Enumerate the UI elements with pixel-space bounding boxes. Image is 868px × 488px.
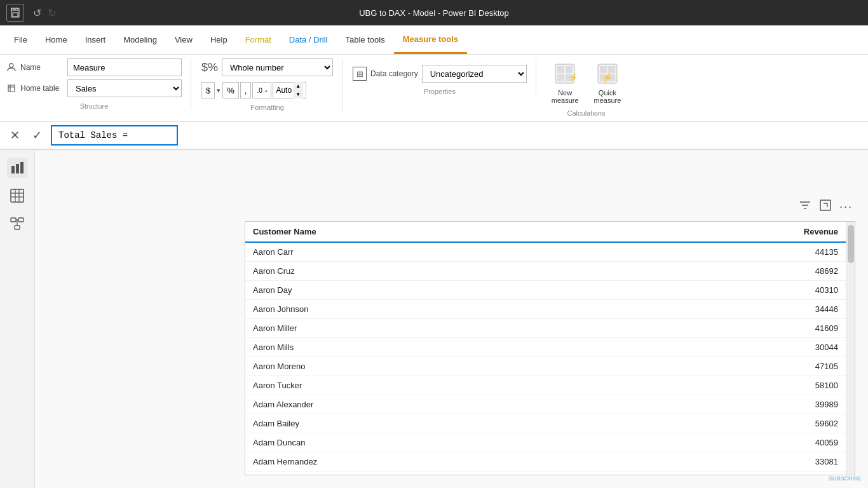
menu-home[interactable]: Home — [36, 25, 76, 54]
menu-modeling[interactable]: Modeling — [114, 25, 166, 54]
column-header-revenue[interactable]: Revenue — [372, 222, 846, 242]
title-bar: ↺ ↻ UBG to DAX - Model - Power BI Deskto… — [0, 0, 868, 25]
data-table-container: Customer Name Revenue Aaron Carr 44135 A… — [245, 221, 855, 475]
formula-input[interactable]: Total Sales = — [51, 125, 178, 146]
redo-button[interactable]: ↻ — [48, 7, 56, 19]
home-table-label: Home table — [6, 83, 64, 93]
cell-customer: Adam Bailey — [245, 414, 372, 433]
new-measure-button[interactable]: ⚡ New measure — [546, 58, 584, 107]
percent-button[interactable]: % — [222, 82, 239, 98]
scroll-track[interactable] — [846, 222, 855, 475]
cell-customer: Adam Duncan — [245, 433, 372, 452]
sidebar-table-view[interactable] — [7, 186, 27, 206]
home-table-select[interactable]: Sales Products Customers — [67, 79, 182, 97]
ribbon-group-structure: Name Home table Sales Products Customers — [6, 58, 191, 110]
name-label: Name — [6, 62, 64, 72]
auto-label: Auto — [276, 86, 292, 95]
cell-revenue: 47105 — [372, 357, 846, 376]
menu-file[interactable]: File — [5, 25, 36, 54]
formula-bar: ✕ ✓ Total Sales = — [0, 122, 868, 150]
cell-customer: Aaron Tucker — [245, 376, 372, 395]
menu-view[interactable]: View — [166, 25, 201, 54]
name-input[interactable] — [67, 58, 182, 76]
more-options-icon[interactable]: ··· — [839, 200, 853, 214]
menu-format[interactable]: Format — [236, 25, 280, 54]
ribbon-group-properties: ⊞ Data category Uncategorized Address Ci… — [353, 58, 536, 95]
formula-confirm-button[interactable]: ✓ — [29, 127, 46, 144]
svg-rect-6 — [557, 66, 564, 73]
table-row: Adam Duncan 40059 — [245, 433, 846, 452]
undo-redo-group: ↺ ↻ — [33, 7, 56, 19]
decimal-spinner[interactable]: ▲ ▼ — [293, 82, 303, 98]
cell-customer: Aaron Moreno — [245, 357, 372, 376]
expand-icon[interactable] — [819, 199, 832, 215]
svg-rect-20 — [11, 189, 24, 202]
svg-rect-2 — [13, 13, 18, 17]
quick-measure-icon: ⚡ — [595, 61, 620, 86]
table-row: Adam Bailey 59602 — [245, 414, 846, 433]
column-header-customer[interactable]: Customer Name — [245, 222, 372, 242]
svg-text:⚡: ⚡ — [569, 72, 577, 82]
cell-customer: Aaron Day — [245, 281, 372, 300]
left-sidebar — [0, 151, 35, 488]
sidebar-model-view[interactable] — [7, 214, 27, 234]
cell-revenue: 39989 — [372, 395, 846, 414]
svg-rect-26 — [18, 218, 24, 222]
table-toolbar: ··· — [799, 199, 853, 215]
table-row: Aaron Mills 30044 — [245, 338, 846, 357]
table-row: Aaron Tucker 58100 — [245, 376, 846, 395]
formatting-label: Formatting — [201, 104, 333, 111]
svg-rect-25 — [11, 218, 16, 222]
menu-help[interactable]: Help — [201, 25, 236, 54]
menu-data-drill[interactable]: Data / Drill — [280, 25, 337, 54]
save-icon[interactable] — [6, 4, 24, 22]
table-row: Aaron Miller 41609 — [245, 319, 846, 338]
cell-revenue: 34446 — [372, 300, 846, 319]
cell-customer: Aaron Mills — [245, 338, 372, 357]
undo-button[interactable]: ↺ — [33, 7, 41, 19]
filter-icon[interactable] — [799, 199, 811, 215]
sidebar-report-view[interactable] — [7, 158, 27, 178]
formula-cancel-button[interactable]: ✕ — [6, 127, 24, 144]
decimal-increase-button[interactable]: .0→ — [252, 82, 271, 98]
spinner-up[interactable]: ▲ — [293, 82, 303, 90]
cell-revenue: 33081 — [372, 452, 846, 471]
ribbon: Name Home table Sales Products Customers — [0, 55, 868, 122]
cell-revenue: 40310 — [372, 281, 846, 300]
formula-text: Total Sales = — [58, 130, 128, 140]
table-row: Adam Hernandez 33081 — [245, 452, 846, 471]
svg-rect-7 — [566, 66, 573, 73]
svg-text:⚡: ⚡ — [602, 72, 613, 83]
cell-revenue: 59602 — [372, 414, 846, 433]
cell-customer: Adam Alexander — [245, 395, 372, 414]
spinner-down[interactable]: ▼ — [293, 90, 303, 98]
scroll-thumb[interactable] — [848, 225, 854, 263]
svg-rect-33 — [820, 200, 831, 210]
data-table: Customer Name Revenue Aaron Carr 44135 A… — [245, 222, 846, 471]
cell-revenue: 48692 — [372, 262, 846, 281]
watermark: SUBSCRIBE — [829, 475, 862, 482]
table-row: Aaron Johnson 34446 — [245, 300, 846, 319]
main-content: ··· Customer Name Revenue Aaron Ca — [35, 151, 868, 488]
title-bar-controls: ↺ ↻ — [6, 4, 56, 22]
format-dropdown[interactable]: Whole number Decimal number Currency Per… — [222, 58, 333, 76]
table-row: Aaron Carr 44135 — [245, 242, 846, 262]
cell-customer: Aaron Cruz — [245, 262, 372, 281]
cell-revenue: 41609 — [372, 319, 846, 338]
menu-table-tools[interactable]: Table tools — [336, 25, 393, 54]
cell-revenue: 40059 — [372, 433, 846, 452]
comma-button[interactable]: , — [240, 82, 252, 98]
menu-measure-tools[interactable]: Measure tools — [394, 25, 467, 54]
new-measure-icon: ⚡ — [552, 61, 578, 86]
currency-button[interactable]: $ — [201, 82, 215, 98]
svg-rect-27 — [15, 226, 20, 229]
cell-customer: Adam Hernandez — [245, 452, 372, 471]
menu-insert[interactable]: Insert — [76, 25, 115, 54]
svg-rect-18 — [16, 164, 19, 173]
menu-bar: File Home Insert Modeling View Help Form… — [0, 25, 868, 55]
data-category-label: Data category — [370, 69, 418, 78]
cell-revenue: 30044 — [372, 338, 846, 357]
table-row: Aaron Day 40310 — [245, 281, 846, 300]
quick-measure-button[interactable]: ⚡ Quick measure — [589, 58, 627, 107]
data-category-select[interactable]: Uncategorized Address City Country Web U… — [422, 65, 527, 83]
